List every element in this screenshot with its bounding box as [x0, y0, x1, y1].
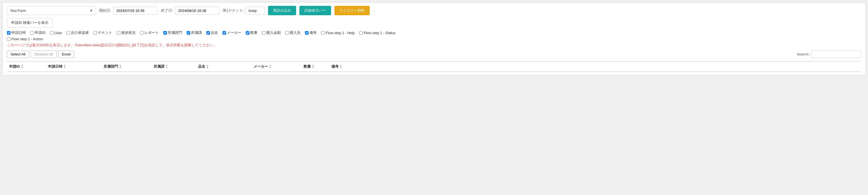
checkbox-cb_memo[interactable]	[305, 31, 309, 35]
th-label-section: 所属課	[154, 64, 164, 69]
sort-icon-dept[interactable]: ▲▼	[119, 64, 121, 69]
th-label-maker: メーカー	[254, 64, 268, 69]
checkbox-cb_section[interactable]	[187, 31, 190, 35]
searchbar-button[interactable]: 申請ID 検索バーを表示	[7, 18, 53, 28]
th-label-id: 申請ID	[9, 64, 20, 69]
th-label-product: 品名	[198, 64, 205, 69]
checkbox-item-cb_supplier[interactable]: 購入先	[285, 30, 301, 35]
start-date-input[interactable]	[113, 7, 158, 15]
checkbox-item-cb_user[interactable]: User	[50, 31, 62, 35]
checkbox-item-cb_maker[interactable]: メーカー	[222, 30, 241, 35]
checkbox-label-cb_action: Flow step 1 - Action	[11, 37, 43, 41]
checkbox-cb_maker[interactable]	[222, 31, 226, 35]
checkbox-label-cb_id: 申請ID	[35, 30, 45, 35]
checkbox-item-cb_report[interactable]: レポート	[140, 30, 159, 35]
tenant-select[interactable]: tcorp	[246, 7, 265, 15]
search-area: Search:	[797, 51, 861, 58]
detail-button[interactable]: 詳細表示バー	[300, 6, 331, 15]
search-label: Search:	[797, 52, 809, 56]
checkbox-cb_product[interactable]	[206, 31, 210, 35]
end-date-label: 終了日:	[161, 8, 173, 13]
sort-icon-qty[interactable]: ▲▼	[312, 64, 314, 69]
sort-icon-date[interactable]: ▲▼	[64, 64, 66, 69]
checkbox-item-cb_price[interactable]: 購入金額	[262, 30, 281, 35]
checkbox-item-cb_product[interactable]: 品名	[206, 30, 218, 35]
checkbox-item-cb_tenant[interactable]: テナント	[93, 30, 112, 35]
checkbox-label-cb_help: Flow step 1 - Help	[326, 31, 355, 35]
checkbox-label-cb_approver: 次の承認者	[71, 30, 89, 35]
sort-icon-note[interactable]: ▲▼	[340, 64, 342, 69]
sort-icon-maker[interactable]: ▲▼	[269, 64, 271, 69]
checkbox-cb_progress[interactable]	[117, 31, 120, 35]
checkbox-row1: 申請日時申請IDUser次の承認者テナント進捗状況レポート所属部門所属課品名メー…	[7, 30, 861, 35]
checkbox-item-cb_qty[interactable]: 数量	[246, 30, 257, 35]
checkbox-cb_action[interactable]	[7, 37, 10, 41]
sort-icon-product[interactable]: ▲▼	[206, 64, 209, 69]
select-all-button[interactable]: Select All	[7, 51, 29, 58]
checkbox-item-cb_approver[interactable]: 次の承認者	[66, 30, 89, 35]
form-selector-wrapper: Test Form ▼	[7, 6, 96, 15]
checkbox-cb_id[interactable]	[30, 31, 34, 35]
checkbox-item-cb_section[interactable]: 所属課	[187, 30, 202, 35]
search-input[interactable]	[811, 51, 861, 58]
checkbox-item-cb_action[interactable]: Flow step 1 - Action	[7, 37, 43, 41]
checkbox-cb_status[interactable]	[359, 31, 363, 35]
checkbox-label-cb_progress: 進捗状況	[121, 30, 135, 35]
checkbox-label-cb_product: 品名	[211, 30, 218, 35]
checkbox-label-cb_dept: 所属部門	[168, 30, 182, 35]
reload-button[interactable]: 再読み込み	[268, 6, 296, 15]
th-label-note: 備考	[331, 64, 339, 69]
end-date-input[interactable]	[175, 7, 219, 15]
tenant-select-wrapper: tcorp	[246, 7, 265, 15]
form-select[interactable]: Test Form	[7, 6, 96, 15]
action-buttons-group: Select All Deselect all Excel	[7, 51, 74, 58]
th-date: 申請日時▲▼	[46, 64, 101, 69]
deselect-all-button[interactable]: Deselect all	[31, 51, 56, 58]
checkbox-label-cb_section: 所属課	[191, 30, 202, 35]
delete-button[interactable]: リクエスト削除	[334, 6, 370, 15]
th-label-date: 申請日時	[48, 64, 62, 69]
checkbox-cb_supplier[interactable]	[285, 31, 289, 35]
checkbox-label-cb_supplier: 購入先	[290, 30, 301, 35]
th-qty: 数量▲▼	[301, 64, 329, 69]
searchbar-row: 申請ID 検索バーを表示	[7, 18, 861, 28]
tenant-label: 第1テナント:	[223, 8, 244, 13]
table-header: 申請ID▲▼申請日時▲▼所属部門▲▼所属課▲▼品名▲▼メーカー▲▼数量▲▼備考▲…	[7, 61, 861, 72]
checkbox-cb_tenant[interactable]	[93, 31, 97, 35]
checkbox-item-cb_help[interactable]: Flow step 1 - Help	[321, 31, 355, 35]
checkbox-item-cb_progress[interactable]: 進捗状況	[117, 30, 135, 35]
checkbox-item-cb_memo[interactable]: 備考	[305, 30, 317, 35]
sort-icon-id[interactable]: ▲▼	[21, 64, 23, 69]
checkbox-cb_help[interactable]	[321, 31, 325, 35]
checkbox-item-cb_dept[interactable]: 所属部門	[163, 30, 182, 35]
checkbox-cb_report[interactable]	[140, 31, 144, 35]
start-date-group: 開始日:	[99, 7, 158, 15]
th-maker: メーカー▲▼	[251, 64, 301, 69]
th-id: 申請ID▲▼	[7, 64, 46, 69]
checkbox-cb_approver[interactable]	[66, 31, 70, 35]
th-note: 備考▲▼	[329, 64, 861, 69]
th-product: 品名▲▼	[196, 64, 251, 69]
checkbox-item-cb_id[interactable]: 申請ID	[30, 30, 45, 35]
checkbox-label-cb_user: User	[55, 31, 62, 35]
checkbox-cb_user[interactable]	[50, 31, 54, 35]
checkbox-row2: Flow step 1 - Action	[7, 37, 861, 41]
th-dept: 所属部門▲▼	[101, 64, 151, 69]
checkbox-cb_date[interactable]	[7, 31, 10, 35]
checkbox-label-cb_status: Flow step 1 - Status	[364, 31, 396, 35]
checkbox-item-cb_date[interactable]: 申請日時	[7, 30, 26, 35]
checkbox-label-cb_maker: メーカー	[227, 30, 241, 35]
checkbox-label-cb_qty: 数量	[250, 30, 257, 35]
checkbox-cb_qty[interactable]	[246, 31, 249, 35]
checkbox-cb_dept[interactable]	[163, 31, 167, 35]
th-label-qty: 数量	[304, 64, 311, 69]
sort-icon-section[interactable]: ▲▼	[165, 64, 168, 69]
main-container: Test Form ▼ 開始日: 終了日: 第1テナント: tcorp 再読み込…	[2, 2, 866, 75]
checkbox-cb_price[interactable]	[262, 31, 266, 35]
checkbox-item-cb_status[interactable]: Flow step 1 - Status	[359, 31, 396, 35]
start-date-label: 開始日:	[99, 8, 111, 13]
excel-button[interactable]: Excel	[58, 51, 74, 58]
end-date-group: 終了日:	[161, 7, 220, 15]
checkbox-label-cb_price: 購入金額	[267, 30, 281, 35]
toolbar-row1: Test Form ▼ 開始日: 終了日: 第1テナント: tcorp 再読み込…	[7, 6, 861, 15]
